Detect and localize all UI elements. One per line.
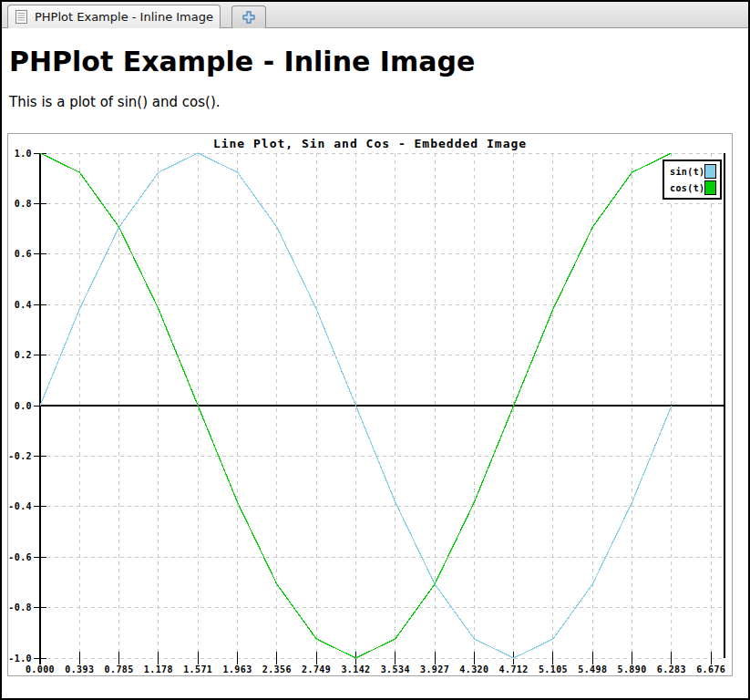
legend-label-cos: cos(t) xyxy=(670,183,705,193)
x-tick-label: 3.927 xyxy=(420,664,449,674)
y-tick-label: -0.8 xyxy=(8,602,32,612)
x-tick-label: 2.749 xyxy=(302,664,331,674)
document-icon xyxy=(15,10,27,24)
x-tick-label: 3.142 xyxy=(341,664,370,674)
x-tick-label: 0.393 xyxy=(65,664,94,674)
intro-text: This is a plot of sin() and cos(). xyxy=(9,94,748,110)
x-tick-label: 6.283 xyxy=(657,664,686,674)
y-tick-label: 0.2 xyxy=(15,350,32,360)
new-tab-button[interactable] xyxy=(231,5,266,28)
y-tick-label: -0.6 xyxy=(8,552,32,562)
x-tick-label: 4.712 xyxy=(499,664,529,674)
x-tick-label: 3.534 xyxy=(381,664,410,674)
y-tick-label: 0.0 xyxy=(15,401,32,411)
x-tick-label: 1.571 xyxy=(183,664,212,674)
x-tick-label: 5.105 xyxy=(539,664,568,674)
tab-bar: PHPlot Example - Inline Image xyxy=(2,2,748,28)
x-tick-label: 4.320 xyxy=(459,664,488,674)
legend-swatch-cos xyxy=(704,180,715,194)
x-tick-label: 6.676 xyxy=(696,664,725,674)
plot-image: 0.0000.3930.7851.1781.5711.9632.3562.749… xyxy=(7,133,733,676)
x-tick-label: 0.785 xyxy=(105,664,134,674)
page-content: PHPlot Example - Inline Image This is a … xyxy=(2,46,748,676)
x-tick-label: 1.963 xyxy=(222,664,252,674)
y-tick-label: 0.8 xyxy=(15,199,32,209)
x-tick-label: 5.890 xyxy=(618,664,647,674)
y-tick-label: -0.4 xyxy=(8,501,32,511)
x-tick-label: 2.356 xyxy=(262,664,292,674)
tab-title: PHPlot Example - Inline Image xyxy=(35,10,213,24)
page-title: PHPlot Example - Inline Image xyxy=(9,46,748,77)
tab-phplot-example[interactable]: PHPlot Example - Inline Image xyxy=(7,5,221,28)
browser-window: PHPlot Example - Inline Image PHPlot Exa… xyxy=(0,0,750,700)
x-tick-label: 0.000 xyxy=(26,664,55,674)
y-tick-label: 1.0 xyxy=(15,149,32,159)
y-tick-label: -0.2 xyxy=(8,451,32,461)
x-tick-label: 1.178 xyxy=(144,664,173,674)
legend-swatch-sin xyxy=(704,164,715,178)
x-tick-label: 5.498 xyxy=(578,664,607,674)
sin-cos-line-chart: 0.0000.3930.7851.1781.5711.9632.3562.749… xyxy=(8,134,732,675)
y-tick-label: -1.0 xyxy=(8,654,32,664)
chart-title: Line Plot, Sin and Cos - Embedded Image xyxy=(213,137,527,150)
y-tick-label: 0.4 xyxy=(15,300,32,310)
plus-icon xyxy=(241,10,256,25)
y-tick-label: 0.6 xyxy=(15,249,32,259)
legend-label-sin: sin(t) xyxy=(670,167,705,177)
